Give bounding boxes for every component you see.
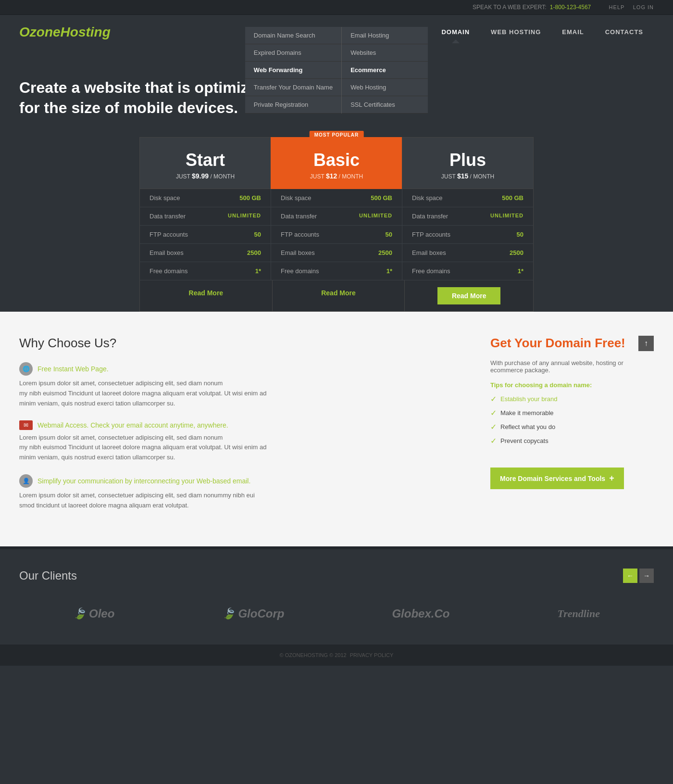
domain-tips-title: Tips for choosing a domain name: bbox=[490, 381, 654, 389]
speak-label: SPEAK TO A WEB EXPERT: bbox=[473, 4, 546, 11]
dropdown-web-forwarding[interactable]: Web Forwarding bbox=[245, 62, 341, 79]
feature-2-body: Lorem ipsum dolor sit amet, consectetuer… bbox=[19, 433, 471, 463]
ftp-val-1: 50 bbox=[254, 231, 261, 238]
email-val-2: 2500 bbox=[378, 249, 392, 256]
data-val-1: UNLIMITED bbox=[228, 213, 261, 220]
tip-4-label: Prevent copycats bbox=[500, 437, 548, 444]
disk-val-1: 500 GB bbox=[239, 194, 261, 202]
login-link[interactable]: LOG IN bbox=[633, 4, 654, 10]
clients-logos: 🍃 Oleo 🍃 GloCorp Globex.Co Trendline bbox=[19, 597, 654, 625]
clients-next-btn[interactable]: → bbox=[639, 569, 654, 583]
plus-icon: + bbox=[609, 473, 614, 483]
plan-start-name: Start bbox=[145, 150, 266, 170]
freedom-label-1: Free domains bbox=[150, 267, 187, 275]
email-dropdown: Email Hosting Websites Ecommerce Web Hos… bbox=[341, 27, 428, 114]
dropdown-private-registration[interactable]: Private Registration bbox=[245, 96, 341, 114]
readmore-basic[interactable]: Read More bbox=[321, 289, 356, 297]
main-nav: HOME DOMAIN WEB HOSTING EMAIL CONTACTS bbox=[389, 21, 654, 43]
phone-link[interactable]: 1-800-123-4567 bbox=[550, 4, 591, 11]
tip-3-label: Reflect what you do bbox=[500, 423, 555, 430]
disk-label-1: Disk space bbox=[150, 194, 180, 202]
dropdown-transfer-domain[interactable]: Transfer Your Domain Name bbox=[245, 79, 341, 96]
readmore-row: Read More Read More Read More bbox=[139, 280, 534, 312]
feature-2-title[interactable]: Webmail Access. Check your email account… bbox=[37, 421, 228, 429]
domain-heading: Get Your Domain Free! bbox=[490, 336, 625, 351]
dropdown-ecommerce[interactable]: Ecommerce bbox=[342, 62, 428, 79]
dropdown-web-hosting[interactable]: Web Hosting bbox=[342, 79, 428, 96]
privacy-link[interactable]: PRIVACY POLICY bbox=[350, 652, 394, 658]
top-bar: SPEAK TO A WEB EXPERT: 1-800-123-4567 HE… bbox=[0, 0, 673, 15]
client-glocorp: 🍃 GloCorp bbox=[222, 607, 284, 620]
globex-name: Globex.Co bbox=[392, 607, 449, 620]
plans-headers: Start JUST $9.99 / MONTH MOST POPULAR Ba… bbox=[139, 137, 534, 189]
feature-3-body: Lorem ipsum dolor sit amet, consectetuer… bbox=[19, 491, 471, 511]
nav-web-hosting[interactable]: WEB HOSTING bbox=[480, 21, 551, 43]
globe-icon: 🌐 bbox=[19, 362, 33, 376]
dropdown-wrapper: Domain Name Search Expired Domains Web F… bbox=[245, 27, 428, 114]
glocorp-name: GloCorp bbox=[238, 607, 284, 620]
clients-prev-btn[interactable]: ← bbox=[623, 569, 637, 583]
email-label-3: Email boxes bbox=[412, 249, 446, 256]
footer-text: © OZONEHOSTING © 2012 bbox=[280, 652, 347, 658]
feature-1-body: Lorem ipsum dolor sit amet, consectetuer… bbox=[19, 379, 471, 408]
feature-3-title[interactable]: Simplify your communication by interconn… bbox=[37, 477, 250, 485]
more-domain-btn[interactable]: More Domain Services and Tools + bbox=[490, 468, 624, 489]
logo[interactable]: OzoneHosting bbox=[19, 25, 111, 40]
nav-domain[interactable]: DOMAIN bbox=[431, 21, 480, 43]
feature-item-1: 🌐 Free Instant Web Page. Lorem ipsum dol… bbox=[19, 362, 471, 408]
dropdown-expired-domains[interactable]: Expired Domains bbox=[245, 44, 341, 62]
freedom-val-2: 1* bbox=[386, 267, 392, 275]
tip-1-link[interactable]: Establish your brand bbox=[500, 395, 558, 403]
data-label-1: Data transfer bbox=[150, 213, 186, 220]
disk-label-2: Disk space bbox=[281, 194, 312, 202]
readmore-plus-btn[interactable]: Read More bbox=[437, 287, 501, 304]
data-label-3: Data transfer bbox=[412, 213, 448, 220]
oleo-icon: 🍃 bbox=[73, 607, 86, 620]
check-icon-1: ✓ bbox=[490, 394, 497, 404]
check-icon-3: ✓ bbox=[490, 422, 497, 431]
oleo-name: Oleo bbox=[89, 607, 114, 620]
domain-subtitle: With purchase of any annual website, hos… bbox=[490, 359, 654, 374]
ftp-val-3: 50 bbox=[517, 231, 523, 238]
help-link[interactable]: HELP bbox=[609, 4, 625, 10]
dropdown-email-hosting[interactable]: Email Hosting bbox=[342, 27, 428, 44]
client-trendline: Trendline bbox=[558, 607, 600, 620]
feature-row-ftp: FTP accounts50 FTP accounts50 FTP accoun… bbox=[139, 226, 534, 244]
footer: © OZONEHOSTING © 2012 PRIVACY POLICY bbox=[0, 645, 673, 666]
ftp-label-2: FTP accounts bbox=[281, 231, 319, 238]
why-choose-heading: Why Choose Us? bbox=[19, 336, 471, 351]
clients-header: Our Clients ← → bbox=[19, 569, 654, 583]
data-val-2: UNLIMITED bbox=[359, 213, 392, 220]
data-val-3: UNLIMITED bbox=[490, 213, 523, 220]
scroll-top-button[interactable]: ↑ bbox=[638, 336, 654, 351]
ftp-val-2: 50 bbox=[386, 231, 392, 238]
domain-tip-4: ✓ Prevent copycats bbox=[490, 436, 654, 445]
check-icon-2: ✓ bbox=[490, 408, 497, 417]
clients-section: Our Clients ← → 🍃 Oleo 🍃 GloCorp Globex.… bbox=[0, 549, 673, 645]
freedom-val-1: 1* bbox=[255, 267, 261, 275]
nav-email[interactable]: EMAIL bbox=[551, 21, 594, 43]
plan-start-price: JUST $9.99 / MONTH bbox=[145, 172, 266, 180]
email-label-2: Email boxes bbox=[281, 249, 315, 256]
plan-basic-price: JUST $12 / MONTH bbox=[276, 172, 397, 180]
email-val-1: 2500 bbox=[247, 249, 261, 256]
more-domain-label: More Domain Services and Tools bbox=[500, 475, 605, 482]
ftp-label-1: FTP accounts bbox=[150, 231, 188, 238]
ftp-label-3: FTP accounts bbox=[412, 231, 450, 238]
dropdown-domain-search[interactable]: Domain Name Search bbox=[245, 27, 341, 44]
feature-row-disk: Disk space500 GB Disk space500 GB Disk s… bbox=[139, 189, 534, 207]
freedom-label-2: Free domains bbox=[281, 267, 319, 275]
data-label-2: Data transfer bbox=[281, 213, 317, 220]
dropdown-websites[interactable]: Websites bbox=[342, 44, 428, 62]
feature-1-title[interactable]: Free Instant Web Page. bbox=[37, 365, 109, 373]
disk-val-2: 500 GB bbox=[371, 194, 392, 202]
domain-free-label: Free! bbox=[595, 336, 625, 350]
domain-tip-2: ✓ Make it memorable bbox=[490, 408, 654, 417]
readmore-start[interactable]: Read More bbox=[189, 289, 224, 297]
email-icon: ✉ bbox=[19, 420, 33, 430]
user-icon: 👤 bbox=[19, 474, 33, 488]
disk-label-3: Disk space bbox=[412, 194, 443, 202]
nav-contacts[interactable]: CONTACTS bbox=[595, 21, 654, 43]
hero-headline: Create a website that is optimized for t… bbox=[19, 78, 269, 118]
dropdown-ssl[interactable]: SSL Certificates bbox=[342, 96, 428, 114]
